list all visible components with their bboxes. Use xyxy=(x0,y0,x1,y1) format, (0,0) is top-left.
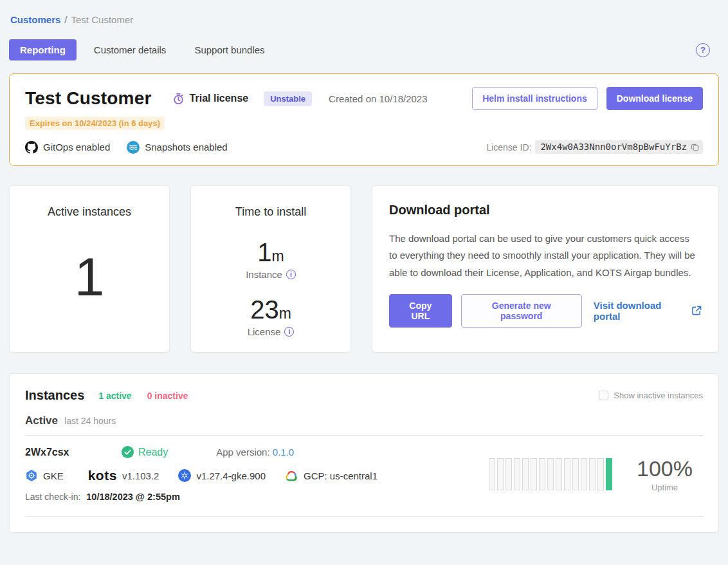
active-section-label: Active xyxy=(25,414,58,427)
instance-install-time: 1m xyxy=(191,239,350,265)
uptime-bar-empty xyxy=(597,458,604,490)
kubernetes-icon xyxy=(178,469,191,482)
active-instances-card: Active instances 1 xyxy=(9,185,170,353)
helm-install-instructions-button[interactable]: Helm install instructions xyxy=(472,87,597,110)
channel-badge: Unstable xyxy=(264,91,312,106)
generate-password-button[interactable]: Generate new password xyxy=(461,294,582,328)
external-link-icon xyxy=(692,306,702,315)
instance-install-label: Instance xyxy=(246,269,282,280)
uptime-label: Uptime xyxy=(637,483,693,492)
uptime-bar-empty xyxy=(514,458,520,490)
github-icon xyxy=(25,141,38,154)
inactive-count[interactable]: 0 inactive xyxy=(147,391,188,401)
instance-info-icon[interactable]: i xyxy=(286,270,296,279)
uptime-percentage: 100% xyxy=(637,456,693,481)
visit-download-portal-link[interactable]: Visit download portal xyxy=(594,300,702,322)
time-range-label: last 24 hours xyxy=(64,416,116,426)
gke-icon xyxy=(25,469,38,482)
instance-id[interactable]: 2Wx7csx xyxy=(25,447,122,458)
license-id-label: License ID: xyxy=(486,142,531,153)
instance-row[interactable]: 2Wx7csx Ready App version: 0.1.0 xyxy=(25,436,703,514)
ready-check-icon xyxy=(122,446,134,458)
tab-reporting[interactable]: Reporting xyxy=(9,39,77,60)
download-portal-description: The download portal can be used to give … xyxy=(389,230,698,281)
last-checkin-label: Last check-in: xyxy=(25,492,80,502)
help-icon[interactable]: ? xyxy=(696,43,710,57)
uptime-bar-empty xyxy=(572,458,579,490)
customer-reporting-page: Customers/Test Customer Reporting Custom… xyxy=(0,0,728,565)
uptime-bar-empty xyxy=(564,458,570,490)
cluster-type: GKE xyxy=(25,469,64,482)
uptime-bar-empty xyxy=(556,458,562,490)
uptime-bar-empty xyxy=(522,458,529,490)
tab-support-bundles[interactable]: Support bundles xyxy=(183,39,275,60)
breadcrumb-current: Test Customer xyxy=(71,14,134,25)
license-type: Trial license xyxy=(172,93,249,105)
k8s-version: v1.27.4-gke.900 xyxy=(196,470,266,481)
license-id-value: 2Wx4w0A33Nnn0orVm8pBwFuYrBz xyxy=(540,142,687,152)
app-version-label: App version: xyxy=(216,447,269,458)
snapshots-status: Snapshots enabled xyxy=(127,141,227,154)
download-license-button[interactable]: Download license xyxy=(606,87,703,110)
last-checkin-value: 10/18/2023 @ 2:55pm xyxy=(86,492,180,502)
time-to-install-card: Time to install 1m Instance i 23m Licens… xyxy=(190,185,351,353)
uptime-bar-empty xyxy=(589,458,596,490)
snapshots-icon xyxy=(127,141,140,154)
breadcrumb: Customers/Test Customer xyxy=(9,9,719,25)
time-to-install-title: Time to install xyxy=(191,205,350,219)
divider xyxy=(25,516,703,517)
snapshots-label: Snapshots enabled xyxy=(145,142,227,153)
instance-status-label: Ready xyxy=(138,447,168,458)
tab-customer-details[interactable]: Customer details xyxy=(83,39,177,60)
show-inactive-label: Show inactive instances xyxy=(614,391,703,400)
gcp-cloud-icon xyxy=(285,470,298,481)
uptime-bar-up xyxy=(606,458,612,490)
customer-name: Test Customer xyxy=(25,88,152,109)
uptime-bar-empty xyxy=(505,458,512,490)
license-install-label: License xyxy=(248,326,281,337)
kots-version: v1.103.2 xyxy=(122,470,159,481)
cloud-region: GCP: us-central1 xyxy=(304,470,378,481)
license-info-icon[interactable]: i xyxy=(284,327,294,337)
breadcrumb-customers-link[interactable]: Customers xyxy=(10,14,60,25)
show-inactive-checkbox[interactable] xyxy=(599,391,608,400)
active-instances-title: Active instances xyxy=(10,205,169,219)
active-count[interactable]: 1 active xyxy=(98,391,131,401)
download-portal-title: Download portal xyxy=(389,203,702,218)
license-id-chip: 2Wx4w0A33Nnn0orVm8pBwFuYrBz xyxy=(535,140,703,154)
tab-bar: Reporting Customer details Support bundl… xyxy=(9,39,719,60)
copy-icon[interactable] xyxy=(691,143,699,151)
uptime-bar-empty xyxy=(547,458,554,490)
gitops-status: GitOps enabled xyxy=(25,141,110,154)
app-version-value[interactable]: 0.1.0 xyxy=(273,447,294,458)
uptime-bar-empty xyxy=(497,458,504,490)
trial-timer-icon xyxy=(172,93,185,105)
gitops-label: GitOps enabled xyxy=(43,142,110,153)
breadcrumb-separator: / xyxy=(64,14,67,25)
instances-title: Instances xyxy=(25,388,84,403)
active-instances-value: 1 xyxy=(10,250,169,304)
uptime-bar-chart xyxy=(489,458,612,490)
license-install-time: 23m xyxy=(191,297,350,322)
instance-status: Ready xyxy=(122,446,168,458)
uptime-bar-empty xyxy=(581,458,587,490)
uptime-bar-empty xyxy=(531,458,537,490)
created-date: Created on 10/18/2023 xyxy=(329,93,427,104)
license-expiry-warning: Expires on 10/24/2023 (in 6 days) xyxy=(25,116,165,130)
uptime-bar-empty xyxy=(539,458,545,490)
download-portal-card: Download portal The download portal can … xyxy=(372,185,719,353)
license-type-label: Trial license xyxy=(190,93,249,104)
customer-summary-card: Test Customer Trial license Unstable Cre… xyxy=(9,73,719,166)
kots-logo: kots xyxy=(88,468,117,483)
copy-url-button[interactable]: Copy URL xyxy=(389,294,452,328)
uptime-bar-empty xyxy=(489,458,495,490)
instances-card: Instances 1 active 0 inactive Show inact… xyxy=(9,373,719,533)
